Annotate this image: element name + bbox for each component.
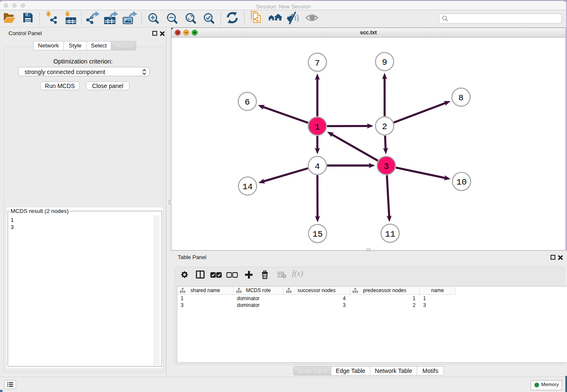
- svg-text:15: 15: [312, 229, 323, 239]
- svg-text:14: 14: [242, 182, 253, 192]
- svg-text:6: 6: [245, 97, 250, 107]
- svg-text:3: 3: [384, 162, 389, 171]
- svg-text:4: 4: [315, 162, 320, 171]
- svg-text:1: 1: [315, 122, 320, 132]
- svg-text:11: 11: [385, 229, 396, 239]
- svg-text:9: 9: [382, 58, 387, 67]
- svg-text:7: 7: [315, 58, 320, 68]
- svg-text:10: 10: [456, 177, 467, 187]
- svg-text:2: 2: [382, 122, 387, 132]
- svg-text:8: 8: [458, 93, 463, 103]
